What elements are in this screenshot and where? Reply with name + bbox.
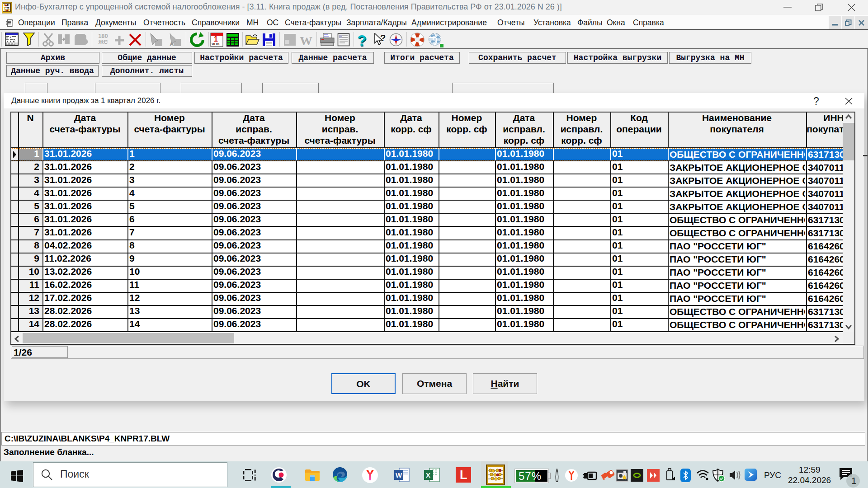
svg-text:X: X: [426, 471, 430, 479]
svg-text:W: W: [396, 471, 402, 479]
svg-text:ЯНВ: ЯНВ: [212, 42, 220, 46]
svg-text:A: A: [170, 41, 174, 47]
svg-text:?: ?: [380, 33, 386, 43]
